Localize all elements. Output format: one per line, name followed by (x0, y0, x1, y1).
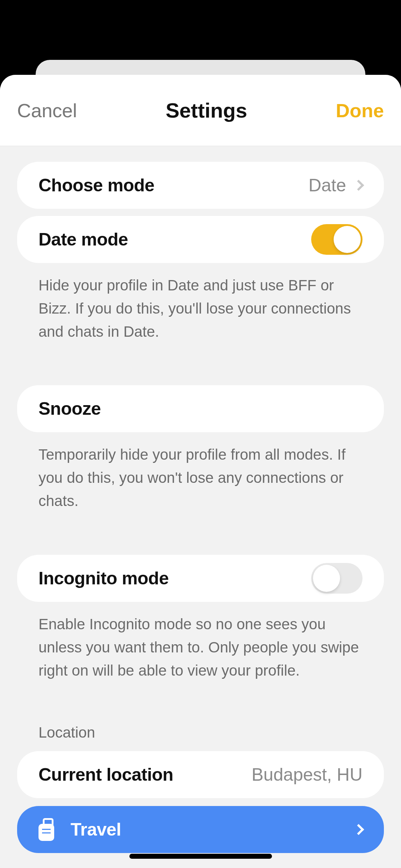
chevron-right-icon (353, 824, 364, 835)
date-mode-description: Hide your profile in Date and just use B… (17, 263, 384, 343)
location-section-label: Location (17, 724, 384, 751)
travel-row[interactable]: Travel (17, 806, 384, 853)
settings-modal: Cancel Settings Done Choose mode Date Da… (0, 75, 401, 868)
incognito-row: Incognito mode (17, 555, 384, 602)
date-mode-label: Date mode (38, 229, 128, 250)
choose-mode-value: Date (308, 175, 346, 196)
choose-mode-label: Choose mode (38, 175, 154, 196)
done-button[interactable]: Done (336, 99, 384, 122)
toggle-knob (334, 226, 361, 253)
current-location-row[interactable]: Current location Budapest, HU (17, 751, 384, 798)
modal-title: Settings (166, 98, 247, 122)
snooze-description: Temporarily hide your profile from all m… (17, 432, 384, 512)
modal-header: Cancel Settings Done (0, 75, 401, 146)
snooze-row[interactable]: Snooze (17, 385, 384, 432)
chevron-right-icon (353, 180, 364, 191)
travel-label: Travel (71, 819, 121, 840)
date-mode-row: Date mode (17, 216, 384, 263)
luggage-icon (38, 818, 54, 841)
incognito-label: Incognito mode (38, 568, 169, 589)
modal-content: Choose mode Date Date mode Hide your pro… (0, 146, 401, 868)
cancel-button[interactable]: Cancel (17, 99, 77, 122)
incognito-toggle[interactable] (311, 563, 363, 594)
current-location-label: Current location (38, 764, 173, 785)
home-indicator (129, 854, 272, 859)
choose-mode-row[interactable]: Choose mode Date (17, 162, 384, 209)
incognito-description: Enable Incognito mode so no one sees you… (17, 602, 384, 682)
snooze-label: Snooze (38, 398, 101, 419)
date-mode-toggle[interactable] (311, 224, 363, 255)
toggle-knob (313, 565, 340, 592)
current-location-value: Budapest, HU (252, 764, 363, 785)
